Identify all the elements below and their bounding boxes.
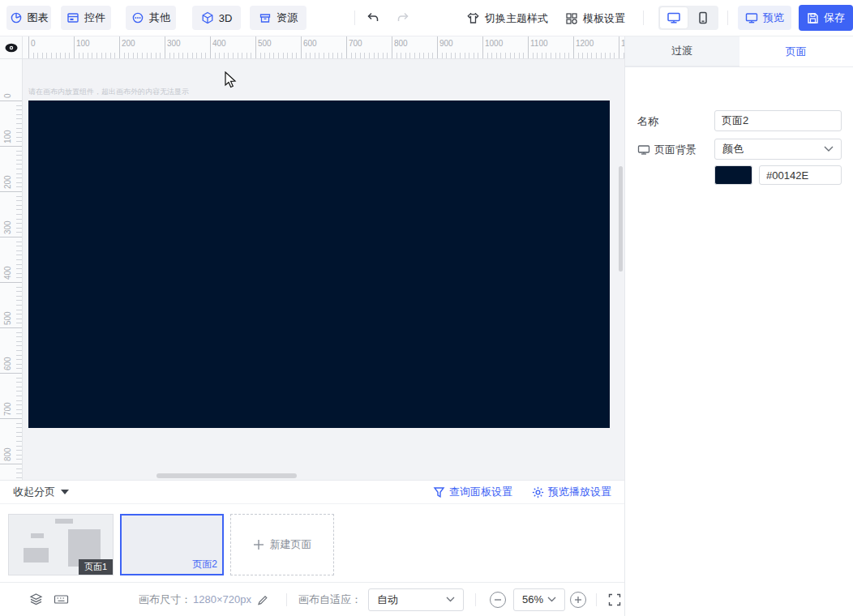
h-ruler: 0100200300400500600700800900100011001200… xyxy=(23,36,624,59)
statusbar-divider xyxy=(596,593,597,606)
h-ruler-label: 900 xyxy=(439,39,453,48)
others-tool-label: 其他 xyxy=(149,11,170,25)
edit-pencil-icon[interactable] xyxy=(257,594,268,605)
h-ruler-tick xyxy=(482,36,483,58)
page-2-name-label: 页面2 xyxy=(192,558,217,571)
page-thumbnail-1[interactable]: 页面1 xyxy=(8,514,114,575)
h-ruler-label: 500 xyxy=(258,39,272,48)
preview-monitor-icon xyxy=(745,12,758,24)
layers-icon[interactable] xyxy=(29,592,43,606)
others-tool-button[interactable]: 其他 xyxy=(126,6,176,30)
h-ruler-tick xyxy=(346,36,347,58)
background-hex-input[interactable] xyxy=(759,165,842,185)
gear-icon xyxy=(532,486,544,498)
resources-tool-label: 资源 xyxy=(276,11,298,25)
device-toggle xyxy=(658,6,718,30)
statusbar-divider xyxy=(475,593,476,606)
collapse-pages-button[interactable]: 收起分页 xyxy=(13,485,69,499)
background-color-swatch[interactable] xyxy=(714,165,752,185)
pie-chart-icon xyxy=(10,11,23,24)
pages-header-links: 查询面板设置 预览播放设置 xyxy=(433,485,611,499)
h-ruler-tick xyxy=(255,36,256,58)
save-label: 保存 xyxy=(824,11,845,25)
vertical-scrollbar[interactable] xyxy=(619,166,623,272)
controls-tool-label: 控件 xyxy=(84,11,105,25)
canvas-fit-value: 自动 xyxy=(377,592,398,607)
horizontal-scrollbar[interactable] xyxy=(156,473,297,478)
shortcut-keyboard-icon[interactable] xyxy=(54,593,69,605)
template-grid-icon xyxy=(565,12,578,25)
h-ruler-tick xyxy=(301,36,302,58)
background-type-select[interactable]: 颜色 xyxy=(714,139,842,160)
zoom-level-value: 56% xyxy=(522,593,543,605)
new-page-button[interactable]: 新建页面 xyxy=(230,514,334,575)
switch-theme-label: 切换主题样式 xyxy=(485,11,548,26)
eye-icon xyxy=(4,42,19,53)
preview-play-settings-button[interactable]: 预览播放设置 xyxy=(532,485,611,499)
canvas-zone[interactable]: 请在画布内放置组件，超出画布外的内容无法显示 xyxy=(23,59,624,480)
resources-tool-button[interactable]: 资源 xyxy=(250,6,306,30)
dashboard-editor-app: 图表 控件 其他 3D 资源 切换主题样式 xyxy=(0,0,853,616)
v-ruler-tick xyxy=(0,373,22,374)
v-ruler-tick xyxy=(0,191,22,192)
save-button[interactable]: 保存 xyxy=(799,5,853,31)
collapse-pages-label: 收起分页 xyxy=(13,485,55,499)
v-ruler-tick xyxy=(0,464,22,464)
v-ruler-tick xyxy=(0,418,22,419)
cube-3d-icon xyxy=(201,11,214,24)
page-1-name-badge: 页面1 xyxy=(79,559,113,575)
page-thumbnail-2-selected[interactable]: 页面2 xyxy=(120,514,224,575)
query-panel-settings-label: 查询面板设置 xyxy=(449,485,512,499)
h-ruler-label: 700 xyxy=(349,39,362,48)
h-ruler-tick xyxy=(210,36,211,58)
zoom-out-button[interactable] xyxy=(490,592,506,608)
plus-icon xyxy=(253,539,264,550)
v-ruler-label: 700 xyxy=(3,402,12,416)
query-panel-settings-button[interactable]: 查询面板设置 xyxy=(433,485,512,499)
more-circle-icon xyxy=(131,11,144,24)
redo-icon xyxy=(396,11,410,25)
controls-tool-button[interactable]: 控件 xyxy=(61,6,111,30)
zoom-in-button[interactable] xyxy=(570,592,586,608)
v-ruler-label: 400 xyxy=(3,266,12,280)
charts-tool-button[interactable]: 图表 xyxy=(6,6,51,30)
canvas-fit-select[interactable]: 自动 xyxy=(368,588,464,611)
page-background-monitor-icon xyxy=(637,144,650,156)
switch-theme-button[interactable]: 切换主题样式 xyxy=(466,0,548,36)
chevron-down-icon xyxy=(446,597,455,602)
redo-button[interactable] xyxy=(395,10,411,26)
undo-button[interactable] xyxy=(365,10,381,26)
preview-button[interactable]: 预览 xyxy=(738,6,791,30)
preview-play-settings-label: 预览播放设置 xyxy=(548,485,611,499)
chevron-down-icon xyxy=(547,597,556,602)
panel-tabs: 过渡 页面 xyxy=(625,36,853,67)
tab-page[interactable]: 页面 xyxy=(739,36,853,66)
undo-icon xyxy=(366,11,380,25)
toolbar-divider xyxy=(354,11,355,25)
save-floppy-icon xyxy=(807,12,819,24)
threed-tool-button[interactable]: 3D xyxy=(192,6,241,30)
mobile-device-button[interactable] xyxy=(689,7,717,28)
zoom-level-select[interactable]: 56% xyxy=(513,588,565,611)
v-ruler-label: 0 xyxy=(3,93,12,98)
template-settings-button[interactable]: 模板设置 xyxy=(565,0,625,36)
fullscreen-icon[interactable] xyxy=(608,593,621,606)
v-ruler: 0100200300400500600700800 xyxy=(0,59,23,480)
h-ruler-label: 1200 xyxy=(576,39,594,48)
h-ruler-tick xyxy=(619,36,619,58)
h-ruler-tick xyxy=(165,36,165,58)
h-ruler-label: 400 xyxy=(212,39,226,48)
controls-icon xyxy=(66,11,79,24)
h-ruler-label: 800 xyxy=(394,39,408,48)
mobile-phone-icon xyxy=(697,11,709,24)
resource-box-icon xyxy=(259,11,272,24)
collapse-triangle-icon xyxy=(61,490,69,494)
canvas-page[interactable] xyxy=(28,101,610,428)
h-ruler-label: 100 xyxy=(76,39,90,48)
ruler-corner[interactable] xyxy=(0,36,23,59)
desktop-device-button[interactable] xyxy=(660,7,688,28)
page-name-input[interactable] xyxy=(714,110,842,131)
thumbnail-placeholder-block xyxy=(24,548,49,563)
tab-transition[interactable]: 过渡 xyxy=(625,36,739,66)
background-type-value: 颜色 xyxy=(722,142,744,156)
